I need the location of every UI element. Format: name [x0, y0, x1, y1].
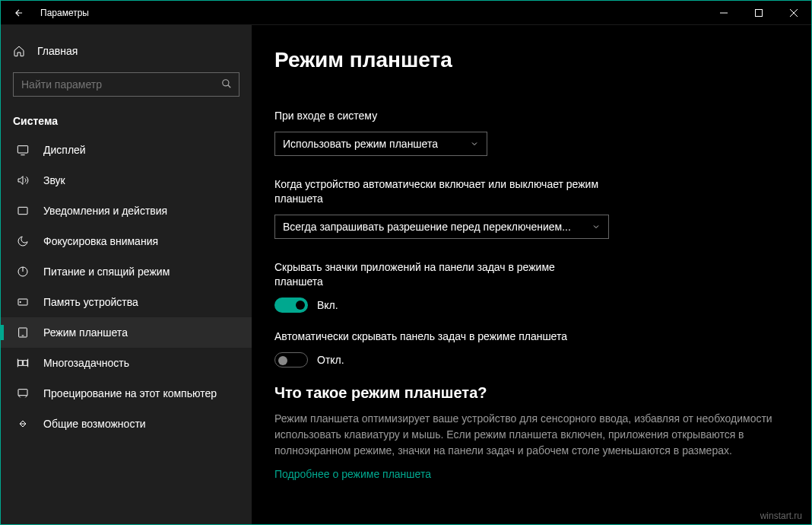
auto-hide-taskbar-state: Откл. — [317, 354, 344, 366]
back-button[interactable] — [1, 1, 37, 25]
sidebar-item-tablet-mode[interactable]: Режим планшета — [1, 317, 252, 348]
auto-hide-taskbar-toggle[interactable] — [274, 352, 308, 368]
window-title: Параметры — [40, 8, 706, 18]
sidebar-item-storage[interactable]: Память устройства — [1, 287, 252, 317]
sidebar-item-multitasking[interactable]: Многозадачность — [1, 348, 252, 378]
svg-rect-9 — [18, 207, 27, 214]
sidebar-item-power[interactable]: Питание и спящий режим — [1, 256, 252, 287]
sidebar-item-label: Память устройства — [43, 296, 138, 308]
sidebar-item-label: Общие возможности — [43, 418, 146, 430]
svg-rect-17 — [24, 361, 27, 366]
tablet-icon — [16, 326, 30, 339]
watermark: winstart.ru — [760, 511, 802, 521]
maximize-button[interactable] — [741, 1, 776, 25]
hide-icons-label: Скрывать значки приложений на панели зад… — [274, 260, 601, 290]
hide-icons-state: Вкл. — [317, 299, 338, 311]
sidebar-item-display[interactable]: Дисплей — [1, 135, 252, 165]
sidebar-item-label: Питание и спящий режим — [43, 266, 170, 278]
sidebar: Главная Система Дисплей Звук Уведомления… — [1, 25, 252, 525]
search-box — [13, 72, 239, 97]
what-is-heading: Что такое режим планшета? — [274, 384, 788, 402]
page-title: Режим планшета — [274, 48, 788, 72]
sidebar-item-label: Фокусировка внимания — [43, 235, 158, 247]
sidebar-heading: Система — [1, 97, 252, 135]
svg-rect-6 — [17, 146, 27, 153]
sidebar-item-label: Звук — [43, 174, 65, 186]
auto-label: Когда устройство автоматически включает … — [274, 177, 601, 207]
what-is-desc: Режим планшета оптимизирует ваше устройс… — [274, 411, 788, 459]
svg-point-13 — [20, 301, 21, 302]
svg-rect-1 — [756, 9, 763, 16]
auto-select[interactable]: Всегда запрашивать разрешение перед пере… — [274, 215, 609, 239]
chevron-down-icon — [470, 139, 479, 148]
sidebar-item-label: Проецирование на этот компьютер — [43, 387, 217, 399]
auto-hide-taskbar-label: Автоматически скрывать панель задач в ре… — [274, 329, 601, 345]
home-icon — [13, 45, 25, 57]
sidebar-item-label: Режим планшета — [43, 326, 128, 339]
content: Режим планшета При входе в систему Испол… — [252, 25, 811, 525]
home-button[interactable]: Главная — [1, 39, 252, 63]
svg-line-5 — [228, 85, 231, 88]
svg-point-4 — [223, 80, 229, 86]
minimize-button[interactable] — [706, 1, 741, 25]
power-icon — [16, 266, 30, 278]
svg-rect-16 — [18, 361, 22, 366]
sidebar-item-shared[interactable]: Общие возможности — [1, 409, 252, 439]
window-controls — [706, 1, 811, 25]
sidebar-item-notifications[interactable]: Уведомления и действия — [1, 196, 252, 226]
chevron-down-icon — [592, 222, 601, 231]
shared-icon — [16, 418, 30, 430]
search-icon — [221, 78, 232, 89]
storage-icon — [16, 296, 30, 308]
sidebar-item-label: Уведомления и действия — [43, 205, 167, 217]
project-icon — [16, 387, 30, 399]
signin-label: При входе в систему — [274, 109, 601, 124]
titlebar: Параметры — [1, 1, 811, 25]
notifications-icon — [16, 205, 30, 217]
auto-value: Всегда запрашивать разрешение перед пере… — [283, 221, 571, 233]
moon-icon — [16, 235, 30, 247]
sidebar-item-projecting[interactable]: Проецирование на этот компьютер — [1, 378, 252, 409]
svg-marker-8 — [18, 177, 23, 185]
sidebar-item-focus[interactable]: Фокусировка внимания — [1, 226, 252, 256]
close-button[interactable] — [776, 1, 811, 25]
sidebar-item-sound[interactable]: Звук — [1, 165, 252, 196]
svg-rect-20 — [18, 390, 27, 396]
sidebar-item-label: Многозадачность — [43, 357, 129, 369]
search-input[interactable] — [13, 72, 239, 97]
learn-more-link[interactable]: Подробнее о режиме планшета — [274, 468, 431, 480]
signin-value: Использовать режим планшета — [283, 138, 438, 150]
monitor-icon — [16, 144, 30, 156]
hide-icons-toggle[interactable] — [274, 298, 308, 313]
home-label: Главная — [37, 45, 78, 57]
signin-select[interactable]: Использовать режим планшета — [274, 132, 487, 156]
sound-icon — [16, 174, 30, 186]
multitasking-icon — [16, 357, 30, 369]
sidebar-item-label: Дисплей — [43, 144, 86, 156]
